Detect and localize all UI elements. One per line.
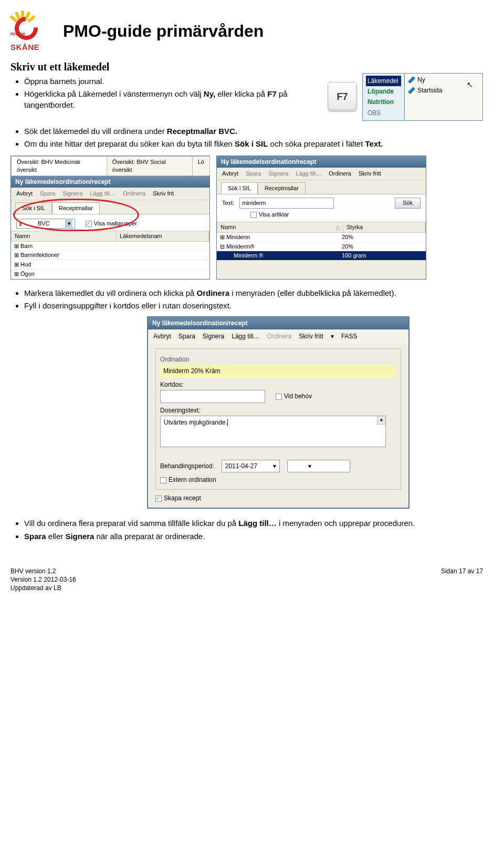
footer-right: Sidan 17 av 17 [441, 567, 483, 575]
bullet: Vill du ordinera flera preparat vid samm… [24, 518, 483, 529]
table-row[interactable]: ⊞Miniderm20% [217, 233, 426, 242]
table-row[interactable]: ⊞Hud [11, 260, 209, 270]
tb-spara[interactable]: Spara [246, 170, 261, 178]
menu-item-lakemedel[interactable]: Läkemedel [366, 76, 401, 86]
text-label: Text: [222, 199, 234, 207]
pencil-icon [408, 87, 415, 94]
bullet: Fyll i doseringsuppgifter i kortdos elle… [24, 301, 483, 311]
date-picker[interactable]: 2011-04-27▾ [222, 460, 280, 472]
doseringstext-input[interactable]: Utvärtes mjukgörande.​ ▲ [160, 416, 386, 447]
vidbehov-checkbox[interactable]: Vid behov [276, 392, 312, 400]
medication-name: Miniderm 20% Kräm [160, 365, 396, 377]
tab[interactable]: Översikt: BHV Medicinsk översikt [11, 156, 107, 176]
tb-avbryt[interactable]: Avbryt [222, 170, 238, 178]
tb-skriv[interactable]: Skriv fritt [359, 170, 381, 178]
subtab-sokisil[interactable]: Sök i SIL [221, 182, 258, 194]
tb-skriv[interactable]: Skriv fritt [299, 332, 323, 341]
kortdos-input[interactable] [160, 390, 265, 403]
tab[interactable]: Lö [192, 156, 210, 176]
table-row-selected[interactable]: Miniderm ®100 gram [217, 251, 426, 261]
scroll-up-icon[interactable]: ▲ [377, 416, 385, 425]
sok-button[interactable]: Sök [395, 198, 421, 209]
tb-spara[interactable]: Spara [40, 190, 55, 198]
chevron-down-icon: ▾ [308, 462, 311, 470]
subtab-receptmallar[interactable]: Receptmallar [258, 182, 306, 194]
tb-fass[interactable]: FASS [341, 332, 358, 341]
menu-item-obs[interactable]: OBS [366, 108, 401, 118]
col-namn: Namn△ [217, 222, 343, 232]
section-title: Skriv ut ett läkemedel [10, 60, 483, 74]
menu-item-nutrition[interactable]: Nutrition [366, 97, 401, 107]
tb-signera[interactable]: Signera [203, 332, 224, 341]
extern-ordination-checkbox[interactable]: Extern ordination [160, 476, 216, 483]
skapa-recept-checkbox[interactable]: Skapa recept [155, 494, 201, 502]
tb-signera[interactable]: Signera [268, 170, 288, 178]
col-namn: Namn [12, 231, 117, 241]
tb-signera[interactable]: Signera [62, 190, 82, 198]
skane-logo: REGION SKÅNE [10, 11, 52, 53]
bullet: Markera läkemedlet du vill ordinera och … [24, 288, 483, 298]
bullet: Sök det läkemedel du vill ordinera under… [24, 126, 483, 137]
menu-item-lopande[interactable]: Löpande [366, 86, 401, 97]
tb-skriv[interactable]: Skriv frit [153, 190, 174, 198]
doseringstext-label: Doseringstext: [160, 406, 396, 415]
ordination-heading: Ordination [160, 355, 396, 364]
page-title: PMO-guide primärvården [63, 20, 264, 43]
tab[interactable]: Översikt: BHV Social översikt [107, 156, 193, 176]
screenshot-ordination-form: Ny läkemedelsordination/recept Avbryt Sp… [147, 316, 410, 509]
col-lakemedelsnamn: Läkemedelsnam [117, 231, 209, 241]
date-picker[interactable]: ▾ [287, 460, 350, 472]
pencil-icon [408, 76, 415, 84]
tb-spara[interactable]: Spara [178, 332, 195, 341]
tb-avbryt[interactable]: Avbryt [16, 190, 33, 198]
tb-avbryt[interactable]: Avbryt [153, 332, 171, 341]
col-styrka: Styrka [343, 222, 425, 232]
kortdos-label: Kortdos: [160, 380, 396, 389]
screenshot-receptmallar: Översikt: BHV Medicinsk översikt Översik… [10, 156, 210, 280]
table-row[interactable]: ⊟Miniderm®20% [217, 242, 426, 252]
window-title: Ny läkemedelsordination/recept [217, 156, 426, 168]
tb-laggtill[interactable]: Lägg till… [296, 170, 321, 178]
window-title: Ny läkemedelsordination/recept [148, 317, 408, 329]
search-input[interactable]: miniderm [239, 198, 334, 209]
cursor-icon: ↖ [467, 80, 473, 90]
table-row[interactable]: ⊞Ögon [11, 270, 209, 279]
chevron-down-icon: ▾ [273, 462, 276, 470]
red-highlight-circle [13, 199, 139, 231]
behandlingsperiod-label: Behandlingsperiod: [160, 462, 214, 470]
bullet: Om du inte hittar det preparat du söker … [24, 139, 483, 149]
window-title: Ny läkemedelsordination/recept [11, 176, 209, 188]
tb-laggtill[interactable]: Lägg till… [232, 332, 259, 341]
tb-ordinera: Ordinera [267, 332, 292, 341]
visa-artiklar[interactable]: Visa artiklar [250, 211, 289, 218]
table-row[interactable]: ⊞Barn [11, 242, 209, 251]
tb-laggtill[interactable]: Lägg till… [90, 190, 116, 198]
footer-left: BHV version 1.2 Version 1.2 2012-03-16 U… [10, 567, 76, 593]
tb-ordinera[interactable]: Ordinera [329, 170, 351, 178]
table-row[interactable]: ⊞Barninfektioner [11, 251, 209, 260]
f7-keycap: F7 [328, 82, 357, 111]
bullet: Spara eller Signera när alla preparat är… [24, 531, 483, 542]
context-menu-screenshot: Läkemedel Löpande Nutrition OBS Ny Start… [362, 73, 483, 121]
tb-ordinera[interactable]: Ordinera [123, 190, 145, 198]
screenshot-sokisil: Ny läkemedelsordination/recept Avbryt Sp… [216, 156, 426, 280]
